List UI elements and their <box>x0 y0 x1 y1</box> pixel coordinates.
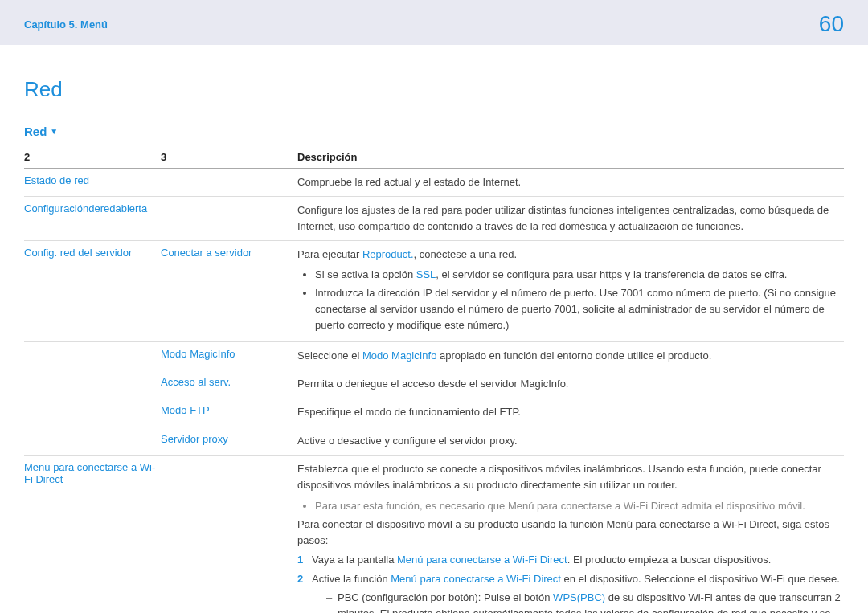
col-header-2: 3 <box>161 146 297 169</box>
row-desc: Active o desactive y configure el servid… <box>297 427 844 455</box>
row-desc: Configure los ajustes de la red para pod… <box>297 197 844 241</box>
list-item: Introduzca la dirección IP del servidor … <box>315 285 841 333</box>
row-sub-proxy[interactable]: Servidor proxy <box>161 427 297 455</box>
row-label-wifi-direct[interactable]: Menú para conectarse a Wi-Fi Direct <box>24 455 161 613</box>
note-text: Para usar esta función, es necesario que… <box>315 498 841 514</box>
table-row: Modo MagicInfo Seleccione el Modo MagicI… <box>24 342 844 370</box>
row-desc: Compruebe la red actual y el estado de I… <box>297 169 844 197</box>
col-header-desc: Descripción <box>297 146 844 169</box>
step-1: 1Vaya a la pantalla Menú para conectarse… <box>297 552 841 568</box>
page-header: Capítulo 5. Menú 60 <box>0 0 868 45</box>
row-desc: Seleccione el Modo MagicInfo apropiado e… <box>297 342 844 370</box>
paragraph: Para conectar el dispositivo móvil a su … <box>297 517 841 549</box>
row-label-estado[interactable]: Estado de red <box>24 169 161 197</box>
settings-table: 2 3 Descripción Estado de red Compruebe … <box>24 146 844 613</box>
substep-pbc: PBC (configuración por botón): Pulse el … <box>326 590 841 613</box>
step-2: 2Active la función Menú para conectarse … <box>297 571 841 613</box>
col-header-1: 2 <box>24 146 161 169</box>
section-label: Red <box>24 125 47 138</box>
row-sub-conectar[interactable]: Conectar a servidor <box>161 241 297 342</box>
row-desc: Especifique el modo de funcionamiento de… <box>297 398 844 427</box>
row-sub-magicinfo[interactable]: Modo MagicInfo <box>161 342 297 370</box>
dropdown-triangle-icon: ▼ <box>50 127 58 136</box>
link-wifi-direct[interactable]: Menú para conectarse a Wi-Fi Direct <box>391 573 561 585</box>
row-desc: Establezca que el producto se conecte a … <box>297 455 844 613</box>
page-body: Red Red ▼ 2 3 Descripción Estado de red … <box>0 45 868 613</box>
section-title[interactable]: Red ▼ <box>24 125 844 138</box>
row-label-config-abierta[interactable]: Configuraciónderedabierta <box>24 197 161 241</box>
table-row: Config. red del servidor Conectar a serv… <box>24 241 844 342</box>
table-row: Estado de red Compruebe la red actual y … <box>24 169 844 197</box>
table-row: Modo FTP Especifique el modo de funciona… <box>24 398 844 427</box>
table-row: Acceso al serv. Permita o deniegue el ac… <box>24 370 844 398</box>
table-row: Menú para conectarse a Wi-Fi Direct Esta… <box>24 455 844 613</box>
list-item: Si se activa la opción SSL, el servidor … <box>315 267 841 283</box>
table-row: Servidor proxy Active o desactive y conf… <box>24 427 844 455</box>
link-wifi-direct[interactable]: Menú para conectarse a Wi-Fi Direct <box>397 554 567 566</box>
breadcrumb[interactable]: Capítulo 5. Menú <box>24 18 108 31</box>
page-title: Red <box>24 77 844 102</box>
table-header-row: 2 3 Descripción <box>24 146 844 169</box>
row-desc: Para ejecutar Reproduct., conéctese a un… <box>297 241 844 342</box>
link-reproduct[interactable]: Reproduct. <box>362 248 414 260</box>
row-sub-ftp[interactable]: Modo FTP <box>161 398 297 427</box>
row-label-config-servidor[interactable]: Config. red del servidor <box>24 241 161 342</box>
row-desc: Permita o deniegue el acceso desde el se… <box>297 370 844 398</box>
link-ssl[interactable]: SSL <box>416 268 436 280</box>
table-row: Configuraciónderedabierta Configure los … <box>24 197 844 241</box>
link-magicinfo[interactable]: Modo MagicInfo <box>362 349 437 362</box>
page-number: 60 <box>819 11 844 37</box>
link-wps-pbc[interactable]: WPS(PBC) <box>553 591 605 603</box>
row-sub-acceso[interactable]: Acceso al serv. <box>161 370 297 398</box>
paragraph: Establezca que el producto se conecte a … <box>297 461 841 493</box>
